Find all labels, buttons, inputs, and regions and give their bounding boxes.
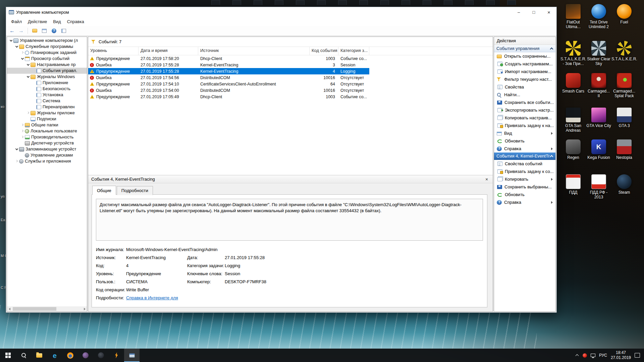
tree-item[interactable]: Управление компьютером (л — [7, 38, 87, 44]
tree-item[interactable]: Журналы приложе — [7, 110, 87, 116]
desktop-icon[interactable]: Carmaged... II — [586, 73, 611, 99]
action-item[interactable]: Копировать — [494, 175, 555, 183]
action-item[interactable]: Вид — [494, 129, 555, 137]
close-button[interactable]: × — [541, 7, 556, 17]
clock[interactable]: 18:47 27.01.2019 — [611, 350, 631, 360]
chevron-right-icon[interactable] — [20, 51, 24, 55]
event-row[interactable]: Предупреждение27.01.2019 17:05:49Dhcp-Cl… — [88, 94, 369, 100]
chevron-right-icon[interactable] — [20, 129, 24, 133]
taskbar-firefox[interactable] — [62, 349, 78, 362]
action-center-icon[interactable] — [635, 353, 640, 358]
language-indicator[interactable]: РУС — [599, 353, 607, 358]
event-row[interactable]: Предупреждение27.01.2019 17:55:28Kernel-… — [88, 68, 369, 74]
action-item[interactable]: Найти... — [494, 91, 555, 99]
action-item[interactable]: Экспортировать настр... — [494, 106, 555, 114]
tab-details[interactable]: Подробности — [117, 186, 153, 195]
tree-item[interactable]: Журналы Windows — [7, 74, 87, 80]
tree-item[interactable]: Просмотр событий — [7, 56, 87, 62]
action-item[interactable]: Свойства — [494, 83, 555, 91]
console-window-button[interactable] — [40, 27, 49, 35]
tree-item[interactable]: Приложение — [7, 80, 87, 86]
taskbar-app-purple[interactable] — [78, 349, 93, 362]
chevron-down-icon[interactable] — [15, 147, 19, 151]
action-section-header[interactable]: События 4, Kernel-EventTra... — [494, 153, 555, 160]
tree-item[interactable]: Управление дисками — [7, 152, 87, 158]
minimize-button[interactable]: – — [511, 7, 526, 17]
action-item[interactable]: Создать настраиваем... — [494, 60, 555, 68]
action-item[interactable]: Свойства событий — [494, 160, 555, 168]
close-preview-icon[interactable]: × — [484, 177, 490, 182]
maximize-button[interactable]: □ — [526, 7, 541, 17]
column-header[interactable]: Источник — [198, 47, 310, 55]
desktop-icon-fragment[interactable]: Ea — [1, 218, 5, 222]
window-titlebar[interactable]: Управление компьютером – □ × — [6, 7, 556, 17]
desktop-icon[interactable]: Stalker Clear Sky — [586, 41, 611, 66]
event-row[interactable]: Ошибка27.01.2019 17:54:00DistributedCOM1… — [88, 87, 369, 94]
menu-item[interactable]: Действие — [25, 18, 50, 25]
desktop-icon[interactable]: FlatOut Ultima... — [560, 4, 586, 29]
action-item[interactable]: Справка — [494, 145, 555, 153]
tree-item[interactable]: Запоминающие устройст — [7, 146, 87, 152]
back-button[interactable] — [8, 27, 16, 35]
chevron-down-icon[interactable] — [15, 45, 19, 49]
tray-app-icon[interactable] — [583, 353, 587, 358]
desktop-icon[interactable]: S.T.A.L.K.E.R. — [611, 41, 637, 62]
action-item[interactable]: Открыть сохраненны... — [494, 52, 555, 60]
scrollbar-track[interactable] — [12, 306, 82, 311]
scrollbar-thumb[interactable] — [13, 307, 56, 311]
column-header[interactable]: Код события — [310, 47, 338, 55]
chevron-right-icon[interactable] — [20, 135, 24, 139]
tree-item[interactable]: События управл. — [7, 68, 87, 74]
tree-item[interactable]: Локальные пользовате — [7, 128, 87, 134]
tree-item[interactable]: Настраиваемые пр — [7, 62, 87, 68]
menu-item[interactable]: Вид — [50, 18, 64, 25]
scroll-left-button[interactable] — [7, 306, 12, 311]
taskbar-edge-browser[interactable]: e — [47, 349, 62, 362]
taskbar-app-lightning[interactable] — [109, 349, 124, 362]
hidden-icons-chevron-icon[interactable] — [576, 354, 579, 357]
taskbar-start[interactable] — [0, 349, 16, 362]
action-item[interactable]: Обновить — [494, 137, 555, 145]
chevron-right-icon[interactable] — [15, 159, 19, 163]
help-button[interactable] — [50, 27, 58, 35]
chevron-down-icon[interactable] — [26, 63, 30, 67]
tree-item[interactable]: Подписки — [7, 116, 87, 122]
taskbar-computer-management[interactable] — [124, 349, 140, 362]
tree-item[interactable]: Установка — [7, 92, 87, 98]
desktop-icon[interactable]: ПДД — [560, 174, 586, 195]
taskbar-file-explorer[interactable] — [32, 349, 47, 362]
desktop-icon[interactable]: GTA 3 — [611, 108, 637, 128]
action-item[interactable]: Импорт настраиваем... — [494, 68, 555, 75]
action-item[interactable]: Привязать задачу к со... — [494, 168, 555, 175]
event-row[interactable]: Предупреждение27.01.2019 17:54:10Certifi… — [88, 81, 369, 87]
tree-item[interactable]: Общие папки — [7, 122, 87, 128]
tree-item[interactable]: Производительность — [7, 134, 87, 140]
export-list-button[interactable] — [30, 27, 39, 35]
desktop-icon[interactable]: Fuel — [611, 4, 637, 25]
tree-item[interactable]: Диспетчер устройств — [7, 140, 87, 146]
tree-item[interactable]: Перенаправлен — [7, 104, 87, 110]
tree-item[interactable]: Служебные программы — [7, 44, 87, 50]
taskbar-app-dark[interactable] — [93, 349, 109, 362]
event-row[interactable]: Ошибка27.01.2019 17:54:56DistributedCOM1… — [88, 74, 369, 81]
event-row[interactable]: Ошибка27.01.2019 17:55:28Kernel-EventTra… — [88, 62, 369, 68]
action-item[interactable]: Привязать задачу к на... — [494, 122, 555, 129]
tree-item[interactable]: Планировщик заданий — [7, 50, 87, 56]
desktop-icon[interactable]: ПДД РФ - 2013 — [586, 174, 611, 200]
chevron-right-icon[interactable] — [26, 111, 30, 115]
desktop-icon[interactable]: Steam — [611, 174, 637, 195]
menu-item[interactable]: Справка — [64, 18, 87, 25]
action-item[interactable]: Фильтр текущего наст... — [494, 75, 555, 83]
action-item[interactable]: Сохранить все событи... — [494, 99, 555, 106]
chevron-right-icon[interactable] — [20, 123, 24, 127]
scroll-right-button[interactable] — [82, 306, 87, 311]
action-item[interactable]: Сохранить выбранны... — [494, 183, 555, 191]
column-header[interactable]: Дата и время — [139, 47, 198, 55]
tree-horizontal-scrollbar[interactable] — [7, 306, 87, 311]
action-item[interactable]: Обновить — [494, 191, 555, 198]
forward-button[interactable] — [17, 27, 25, 35]
tree-item[interactable]: Система — [7, 98, 87, 104]
chevron-down-icon[interactable] — [26, 75, 30, 79]
desktop-icon[interactable]: S.T.A.L.K.E.R. - Зов При... — [560, 41, 586, 66]
desktop-icon[interactable]: Test Drive Unlimited 2 — [586, 4, 611, 29]
